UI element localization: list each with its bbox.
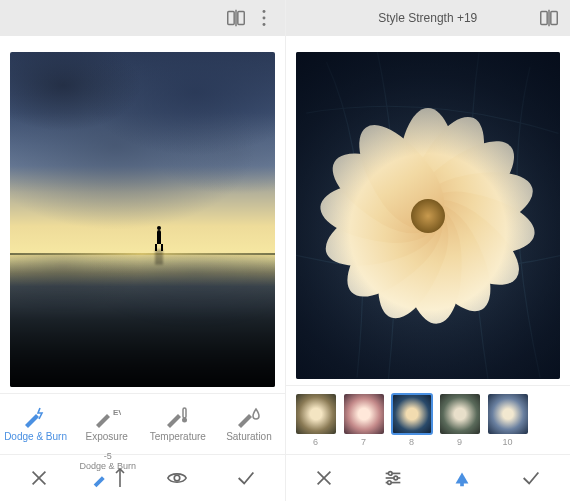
tool-saturation[interactable]: Saturation	[213, 394, 284, 454]
tool-exposure[interactable]: EV Exposure	[71, 394, 142, 454]
action-row-right	[286, 454, 571, 501]
topbar-title-right: Style Strength +19	[286, 11, 571, 25]
thumb-label: 7	[361, 437, 366, 447]
svg-rect-7	[183, 408, 186, 418]
topbar-left	[0, 0, 285, 36]
style-thumb-8[interactable]: 8	[392, 394, 432, 447]
svg-point-12	[174, 475, 180, 481]
sliders-button[interactable]	[359, 467, 428, 489]
photo-sunset	[10, 52, 275, 387]
style-thumb-7[interactable]: 7	[344, 394, 384, 447]
person-silhouette	[155, 226, 163, 248]
action-row-left: -5 Dodge & Burn	[0, 454, 285, 501]
tool-temperature[interactable]: Temperature	[142, 394, 213, 454]
photo-flower	[296, 52, 561, 379]
compare-icon[interactable]	[225, 7, 247, 29]
tool-row: Dodge & Burn EV Exposure Temperature Sat…	[0, 393, 285, 454]
brush-tool-button[interactable]: -5 Dodge & Burn	[73, 467, 142, 489]
preview-button[interactable]	[142, 467, 211, 489]
tool-label: Exposure	[86, 431, 128, 442]
cancel-button[interactable]	[4, 467, 73, 489]
svg-point-4	[262, 17, 265, 20]
style-thumb-10[interactable]: 10	[488, 394, 528, 447]
thumb-label: 8	[409, 437, 414, 447]
svg-point-21	[389, 472, 393, 476]
editor-dodge-burn: Dodge & Burn EV Exposure Temperature Sat…	[0, 0, 286, 501]
style-thumb-9[interactable]: 9	[440, 394, 480, 447]
svg-rect-0	[227, 12, 233, 25]
svg-point-23	[388, 481, 392, 485]
topbar-right: Style Strength +19	[286, 0, 571, 36]
brush-bolt-icon	[22, 406, 50, 428]
svg-rect-13	[541, 12, 547, 25]
brush-value-label: -5 Dodge & Burn	[79, 451, 136, 471]
svg-rect-14	[551, 12, 557, 25]
confirm-button[interactable]	[497, 467, 566, 489]
svg-point-3	[262, 10, 265, 13]
svg-point-22	[394, 476, 398, 480]
brush-ev-icon: EV	[93, 406, 121, 428]
canvas-left[interactable]	[0, 36, 285, 393]
tool-label: Dodge & Burn	[4, 431, 67, 442]
svg-rect-24	[460, 483, 464, 487]
canvas-right[interactable]	[286, 36, 571, 385]
svg-text:EV: EV	[113, 408, 121, 417]
editor-style: Style Strength +19	[286, 0, 571, 501]
confirm-button[interactable]	[211, 467, 280, 489]
tool-label: Temperature	[150, 431, 206, 442]
svg-rect-1	[237, 12, 243, 25]
thumb-label: 6	[313, 437, 318, 447]
brush-drop-icon	[235, 406, 263, 428]
svg-point-8	[182, 418, 187, 423]
compare-icon[interactable]	[538, 7, 560, 29]
brush-temp-icon	[164, 406, 192, 428]
cancel-button[interactable]	[290, 467, 359, 489]
style-button[interactable]	[428, 467, 497, 489]
tool-label: Saturation	[226, 431, 272, 442]
style-strip[interactable]: 6 7 8 9 10	[286, 385, 571, 454]
svg-point-5	[262, 23, 265, 26]
thumb-label: 9	[457, 437, 462, 447]
tool-dodge-burn[interactable]: Dodge & Burn	[0, 394, 71, 454]
thumb-label: 10	[502, 437, 512, 447]
more-icon[interactable]	[253, 7, 275, 29]
style-thumb-6[interactable]: 6	[296, 394, 336, 447]
